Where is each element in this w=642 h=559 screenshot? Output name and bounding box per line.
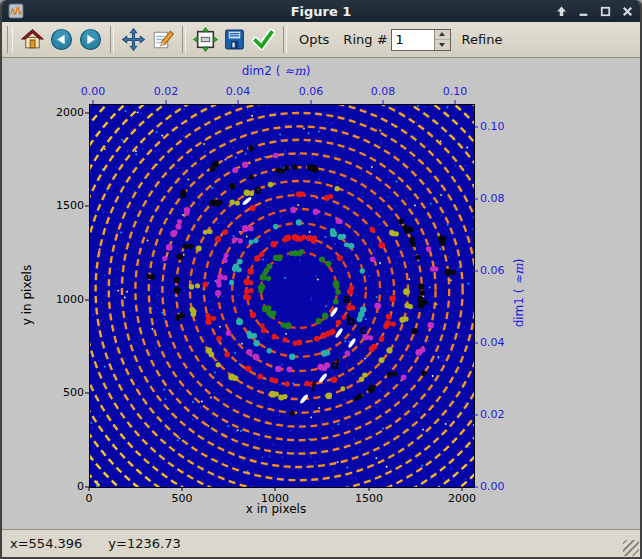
window-title: Figure 1 bbox=[2, 4, 640, 19]
spin-up-icon bbox=[439, 32, 445, 36]
toolbar-separator bbox=[283, 26, 287, 53]
toolbar-gripper[interactable] bbox=[7, 26, 13, 53]
cursor-y-readout: y=1236.73 bbox=[108, 536, 180, 551]
right-tick-label: 0.00 bbox=[480, 480, 505, 493]
pan-button[interactable] bbox=[119, 25, 148, 54]
top-tick-label: 0.06 bbox=[299, 85, 324, 98]
right-axis-title: dim1 ( ≈m) bbox=[512, 243, 526, 343]
point-group-label: c bbox=[360, 323, 367, 337]
zoom-rect-button[interactable] bbox=[191, 25, 220, 54]
top-tick-label: 0.00 bbox=[81, 85, 106, 98]
y-tick-label: 500 bbox=[36, 386, 84, 399]
top-tick-label: 0.08 bbox=[371, 85, 396, 98]
right-tick-label: 0.10 bbox=[480, 120, 505, 133]
cursor-x-readout: x=554.396 bbox=[10, 536, 82, 551]
refine-button[interactable]: Refine bbox=[455, 30, 510, 49]
point-group-label: e bbox=[254, 183, 262, 197]
status-bar: x=554.396 y=1236.73 bbox=[2, 529, 640, 557]
toolbar: Opts Ring # 1 Refine bbox=[2, 22, 640, 58]
right-tick-label: 0.06 bbox=[480, 264, 505, 277]
top-tick-label: 0.02 bbox=[154, 85, 179, 98]
x-tick-label: 500 bbox=[172, 492, 193, 505]
check-icon bbox=[251, 27, 276, 52]
point-group-label: a bbox=[343, 292, 351, 306]
resize-grip[interactable] bbox=[623, 540, 639, 556]
y-tick-label: 0 bbox=[36, 480, 84, 493]
y-tick-label: 1500 bbox=[36, 199, 84, 212]
save-button[interactable] bbox=[220, 25, 249, 54]
y-tick-label: 2000 bbox=[36, 106, 84, 119]
top-tick-label: 0.04 bbox=[226, 85, 251, 98]
shade-window-button[interactable] bbox=[555, 5, 568, 18]
edit-note-icon bbox=[150, 27, 175, 52]
y-tick-label: 1000 bbox=[36, 293, 84, 306]
spin-down-icon bbox=[439, 43, 445, 47]
forward-button[interactable] bbox=[76, 25, 105, 54]
pan-move-icon bbox=[121, 27, 146, 52]
apply-button[interactable] bbox=[249, 25, 278, 54]
diffraction-image-plot[interactable]: abcdef bbox=[2, 58, 640, 529]
maximize-button[interactable] bbox=[599, 5, 612, 18]
ring-number-label: Ring # bbox=[336, 32, 389, 47]
toolbar-separator bbox=[182, 26, 186, 53]
x-tick-label: 1500 bbox=[355, 492, 383, 505]
spin-down-button[interactable] bbox=[435, 40, 450, 50]
home-button[interactable] bbox=[18, 25, 47, 54]
spin-up-button[interactable] bbox=[435, 30, 450, 41]
matplotlib-wave-icon bbox=[8, 3, 24, 19]
ring-number-input[interactable]: 1 bbox=[392, 30, 434, 50]
x-tick-label: 1000 bbox=[261, 492, 289, 505]
figure-canvas[interactable]: abcdef dim2 ( ≈m) dim1 ( ≈m) x in pixels… bbox=[2, 58, 640, 529]
minimize-button[interactable] bbox=[577, 5, 590, 18]
close-button[interactable] bbox=[621, 5, 634, 18]
y-axis-title: y in pixels bbox=[20, 245, 34, 345]
right-tick-label: 0.04 bbox=[480, 336, 505, 349]
save-floppy-icon bbox=[222, 27, 247, 52]
ring-number-spinbox[interactable]: 1 bbox=[391, 29, 451, 51]
figure-window: Figure 1 bbox=[0, 0, 642, 559]
right-tick-label: 0.02 bbox=[480, 408, 505, 421]
title-bar[interactable]: Figure 1 bbox=[2, 0, 640, 22]
right-tick-label: 0.08 bbox=[480, 192, 505, 205]
opts-button[interactable]: Opts bbox=[292, 30, 336, 49]
top-axis-title: dim2 ( ≈m) bbox=[216, 64, 336, 78]
point-group-label: f bbox=[311, 380, 317, 394]
home-icon bbox=[20, 27, 45, 52]
toolbar-separator bbox=[110, 26, 114, 53]
x-tick-label: 0 bbox=[86, 492, 93, 505]
back-arrow-icon bbox=[49, 27, 74, 52]
point-group-label: d bbox=[331, 358, 340, 372]
point-group-label: b bbox=[347, 314, 356, 328]
back-button[interactable] bbox=[47, 25, 76, 54]
edit-button[interactable] bbox=[148, 25, 177, 54]
x-tick-label: 2000 bbox=[448, 492, 476, 505]
top-tick-label: 0.10 bbox=[443, 85, 468, 98]
forward-arrow-icon bbox=[78, 27, 103, 52]
zoom-rect-icon bbox=[193, 27, 218, 52]
